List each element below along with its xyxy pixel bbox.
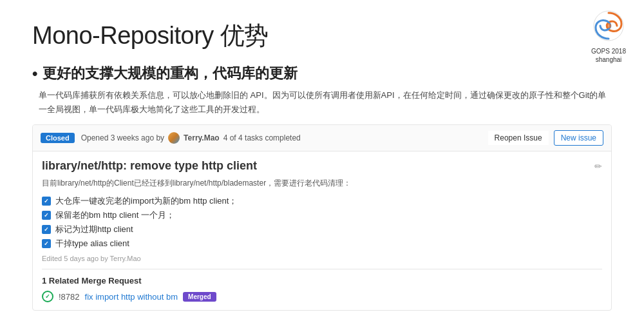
logo: GOPS 2018 shanghai xyxy=(586,10,631,64)
task-list: 大仓库一键改完老的import为新的bm http client； 保留老的bm… xyxy=(42,195,602,249)
issue-header: Closed Opened 3 weeks ago by Terry.Mao 4… xyxy=(33,125,611,151)
issue-description: 目前library/net/http的Client已经迁移到library/ne… xyxy=(42,178,602,189)
list-item: 保留老的bm http client 一个月； xyxy=(42,209,602,221)
avatar xyxy=(168,132,180,144)
issue-author: Terry.Mao xyxy=(184,133,220,142)
merged-badge: Merged xyxy=(183,292,216,302)
logo-icon xyxy=(592,10,625,42)
related-section: 1 Related Merge Request ✓ !8782 fix impo… xyxy=(42,269,602,302)
task-text-1: 大仓库一键改完老的import为新的bm http client； xyxy=(55,195,237,207)
task-text-4: 干掉type alias client xyxy=(55,238,129,249)
mr-number: !8782 xyxy=(59,292,80,302)
issue-body: library/net/http: remove type http clien… xyxy=(33,151,611,310)
task-text-3: 标记为过期http client xyxy=(55,224,133,235)
reopen-issue-button[interactable]: Reopen Issue xyxy=(488,131,549,145)
task-text-2: 保留老的bm http client 一个月； xyxy=(55,209,175,221)
bullet-dot: • xyxy=(32,64,37,82)
issue-tasks-text: 4 of 4 tasks completed xyxy=(223,133,301,142)
merge-request-row: ✓ !8782 fix import http without bm Merge… xyxy=(42,291,602,302)
issue-actions: Reopen Issue New issue xyxy=(488,130,603,146)
closed-badge: Closed xyxy=(41,133,75,143)
svg-point-1 xyxy=(606,23,611,28)
checkbox-icon xyxy=(42,197,51,206)
logo-text: GOPS 2018 shanghai xyxy=(586,47,631,64)
related-title: 1 Related Merge Request xyxy=(42,276,602,286)
issue-opened-text: Opened 3 weeks ago by xyxy=(81,133,164,142)
list-item: 大仓库一键改完老的import为新的bm http client； xyxy=(42,195,602,207)
list-item: 标记为过期http client xyxy=(42,224,602,235)
issue-title: library/net/http: remove type http clien… xyxy=(42,159,257,173)
mr-status-icon: ✓ xyxy=(42,291,53,302)
list-item: 干掉type alias client xyxy=(42,238,602,249)
new-issue-button[interactable]: New issue xyxy=(554,130,603,146)
issue-title-row: library/net/http: remove type http clien… xyxy=(42,159,602,173)
checkbox-icon xyxy=(42,211,51,220)
checkbox-icon xyxy=(42,225,51,234)
bullet-section: • 更好的支撑大规模的重构，代码库的更新 单一代码库捕获所有依赖关系信息，可以放… xyxy=(32,64,612,117)
slide: GOPS 2018 shanghai Mono-Repository 优势 • … xyxy=(0,0,644,330)
mr-link[interactable]: fix import http without bm xyxy=(85,292,178,302)
bullet-main: • 更好的支撑大规模的重构，代码库的更新 xyxy=(32,64,612,83)
issue-meta: Opened 3 weeks ago by Terry.Mao 4 of 4 t… xyxy=(81,132,482,144)
slide-title: Mono-Repository 优势 xyxy=(32,19,612,52)
bullet-main-text: 更好的支撑大规模的重构，代码库的更新 xyxy=(43,64,298,83)
edited-note: Edited 5 days ago by Terry.Mao xyxy=(42,255,602,262)
issue-panel: Closed Opened 3 weeks ago by Terry.Mao 4… xyxy=(32,124,612,311)
checkbox-icon xyxy=(42,239,51,248)
checkmark-icon: ✓ xyxy=(45,293,50,300)
bullet-description: 单一代码库捕获所有依赖关系信息，可以放心地删除旧的 API。因为可以使所有调用者… xyxy=(39,88,612,117)
edit-icon[interactable]: ✏ xyxy=(594,161,602,171)
